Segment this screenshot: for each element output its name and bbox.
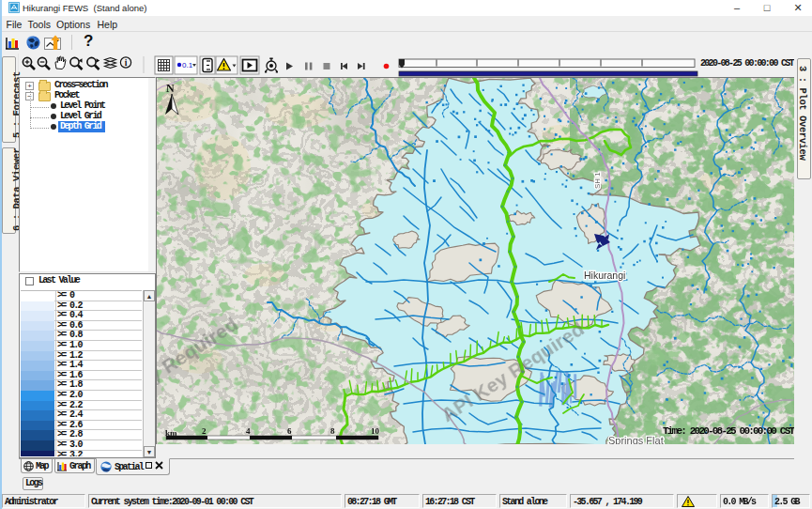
svg-text:Springs Flat: Springs Flat bbox=[608, 435, 664, 444]
svg-text:SH 1: SH 1 bbox=[593, 172, 602, 189]
svg-text:i: i bbox=[125, 58, 128, 68]
svg-text:10: 10 bbox=[371, 426, 380, 436]
svg-text:4: 4 bbox=[246, 426, 251, 436]
svg-text:Hikurangi: Hikurangi bbox=[584, 270, 625, 281]
svg-text:0.1: 0.1 bbox=[182, 61, 193, 69]
svg-text:N: N bbox=[166, 82, 175, 95]
svg-text:Time: 2020-08-25 00:00:00 CST: Time: 2020-08-25 00:00:00 CST bbox=[663, 425, 794, 437]
svg-text:2: 2 bbox=[202, 426, 207, 436]
svg-text:6: 6 bbox=[287, 426, 292, 436]
svg-text:8: 8 bbox=[330, 426, 335, 436]
